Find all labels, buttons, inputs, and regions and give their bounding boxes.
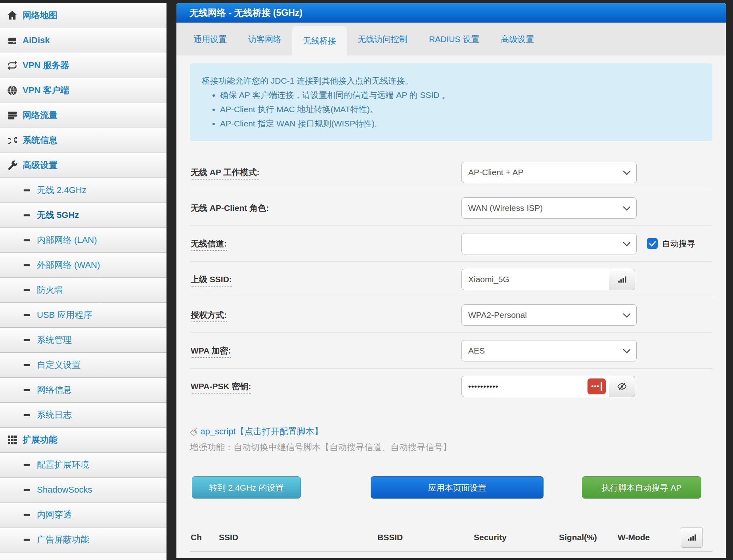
sidebar-item-system-admin[interactable]: 系统管理 — [0, 328, 167, 353]
ap-mode-select[interactable]: AP-Client + AP — [461, 162, 637, 183]
sidebar-item-label: 配置扩展环境 — [37, 459, 89, 471]
check-icon — [649, 241, 656, 247]
sidebar-item-ext-environment[interactable]: 配置扩展环境 — [0, 453, 167, 478]
dash-icon — [23, 286, 31, 294]
dash-icon — [23, 535, 31, 544]
sidebar-item-custom-settings[interactable]: 自定义设置 — [0, 353, 167, 378]
signal-bars-icon — [616, 275, 628, 284]
chevron-down-icon — [623, 170, 631, 175]
sidebar-item-label: 无线 2.4GHz — [37, 184, 86, 196]
tab-wireless-acl[interactable]: 无线访问控制 — [347, 23, 418, 55]
sidebar-item-network-map[interactable]: 网络地图 — [0, 3, 167, 28]
chevron-down-icon — [623, 242, 631, 247]
hard-disk-icon — [7, 35, 18, 46]
script-note: 增强功能：自动切换中继信号脚本【自动搜寻信道、自动搜寻信号】 — [190, 441, 712, 454]
sidebar-item-usb-apps[interactable]: USB 应用程序 — [0, 303, 167, 328]
sidebar-item-extensions[interactable]: 扩展功能 — [0, 428, 167, 453]
ap-client-role-select[interactable]: WAN (Wireless ISP) — [461, 197, 637, 219]
sidebar-item-aidisk[interactable]: AiDisk — [0, 28, 167, 53]
sidebar-item-lan[interactable]: 内部网络 (LAN) — [0, 228, 167, 253]
dash-icon — [23, 461, 31, 469]
dash-icon — [23, 485, 31, 494]
sidebar-item-label: 系统管理 — [37, 334, 72, 346]
sidebar-item-advanced-settings[interactable]: 高级设置 — [0, 153, 167, 178]
sidebar-item-label: 扩展功能 — [23, 434, 57, 446]
traffic-bars-icon — [7, 110, 18, 121]
dash-icon — [23, 361, 31, 369]
run-script-button[interactable]: 执行脚本自动搜寻 AP — [582, 476, 701, 499]
chevron-down-icon — [623, 349, 631, 354]
sidebar-item-label: 系统日志 — [37, 409, 72, 421]
goto-24ghz-button[interactable]: 转到 2.4GHz 的设置 — [192, 476, 301, 499]
tab-advanced[interactable]: 高级设置 — [490, 23, 545, 55]
toggle-password-visibility-button[interactable] — [609, 376, 635, 397]
auto-search-group: 自动搜寻 — [647, 238, 695, 249]
refresh-survey-button[interactable] — [681, 527, 703, 548]
wpa-psk-label: WPA-PSK 密钥: — [191, 382, 251, 394]
form-row-wpa-encryption: WPA 加密: AES — [190, 333, 712, 369]
dash-icon — [23, 411, 31, 419]
wireless-channel-select[interactable] — [461, 233, 637, 254]
sidebar-item-label: 系统信息 — [23, 134, 57, 146]
channel-label: 无线信道: — [191, 239, 227, 251]
info-bullet-list: 确保 AP 客户端连接，请设置相同的信道与远端 AP 的 SSID 。AP-Cl… — [202, 88, 700, 131]
wpa-encryption-select[interactable]: AES — [461, 340, 637, 361]
auto-search-checkbox[interactable] — [647, 238, 658, 249]
auth-method-select[interactable]: WPA2-Personal — [461, 304, 637, 326]
parent-ssid-input[interactable] — [461, 269, 609, 290]
grid-icon — [7, 434, 18, 445]
sidebar-item-wireless-5ghz[interactable]: 无线 5GHz — [0, 203, 167, 228]
dash-icon — [23, 261, 31, 269]
sidebar-item-wan[interactable]: 外部网络 (WAN) — [0, 253, 167, 278]
sidebar-item-network-traffic[interactable]: 网络流量 — [0, 103, 167, 128]
chevron-down-icon — [623, 313, 631, 318]
sidebar-item-label: 防火墙 — [37, 284, 63, 296]
tab-general[interactable]: 通用设置 — [183, 23, 237, 55]
column-header-ssid: SSID — [218, 533, 377, 542]
column-header-security: Security — [473, 533, 558, 542]
signal-bars-icon — [686, 533, 697, 542]
sidebar-item-label: 内网穿透 — [37, 509, 72, 521]
info-bullet: AP-Client 执行 MAC 地址转换(MAT特性)。 — [220, 102, 700, 117]
sidebar-item-nat-traversal[interactable]: 内网穿透 — [0, 503, 167, 528]
home-icon — [7, 10, 18, 21]
sidebar-item-wireless-24ghz[interactable]: 无线 2.4GHz — [0, 178, 167, 203]
tab-wireless-bridge[interactable]: 无线桥接 — [292, 26, 347, 55]
form-row-parent-ssid: 上级 SSID: — [190, 262, 712, 297]
site-survey-button[interactable] — [609, 269, 635, 290]
sidebar-item-system-info[interactable]: 系统信息 — [0, 128, 167, 153]
apply-button[interactable]: 应用本页面设置 — [371, 476, 544, 499]
info-intro: 桥接功能允许您的 JDC-1 连接到其他接入点的无线连接。 — [202, 74, 700, 88]
script-block: ☞ ap_script【点击打开配置脚本】 增强功能：自动切换中继信号脚本【自动… — [190, 425, 712, 454]
sidebar-item-vpn-server[interactable]: VPN 服务器 — [0, 53, 167, 78]
table-divider — [190, 551, 712, 552]
info-box: 桥接功能允许您的 JDC-1 连接到其他接入点的无线连接。 确保 AP 客户端连… — [190, 63, 712, 141]
sidebar-item-firewall[interactable]: 防火墙 — [0, 278, 167, 303]
dash-icon — [23, 236, 31, 245]
ap-script-link-text: ap_script【点击打开配置脚本】 — [200, 425, 323, 438]
wpa-encryption-selected-value: AES — [468, 346, 485, 355]
tab-radius[interactable]: RADIUS 设置 — [418, 23, 490, 55]
sidebar-item-label: USB 应用程序 — [37, 309, 92, 321]
eye-slash-icon — [616, 381, 628, 392]
sidebar-item-system-log[interactable]: 系统日志 — [0, 403, 167, 428]
column-header-ch: Ch — [190, 533, 218, 542]
sidebar-item-vpn-client[interactable]: VPN 客户端 — [0, 78, 167, 103]
info-bullet: 确保 AP 客户端连接，请设置相同的信道与远端 AP 的 SSID 。 — [220, 88, 700, 102]
sidebar-item-ad-block[interactable]: 广告屏蔽功能 — [0, 528, 167, 552]
sidebar-item-network-info[interactable]: 网络信息 — [0, 378, 167, 403]
tab-guest-network[interactable]: 访客网络 — [237, 23, 292, 55]
ap-client-role-selected-value: WAN (Wireless ISP) — [468, 203, 543, 213]
wpa-psk-input[interactable] — [461, 376, 609, 397]
settings-form: 无线 AP 工作模式: AP-Client + AP 无线 AP-Client … — [190, 155, 712, 404]
ap-script-link[interactable]: ☞ ap_script【点击打开配置脚本】 — [190, 425, 712, 438]
sidebar-item-partial — [0, 552, 167, 560]
form-row-channel: 无线信道: 自动搜寻 — [190, 226, 712, 262]
sidebar-item-shadowsocks[interactable]: ShadowSocks — [0, 478, 167, 503]
dash-icon — [23, 386, 31, 394]
sidebar-item-label: 内部网络 (LAN) — [37, 234, 97, 246]
sidebar-item-label: VPN 服务器 — [23, 59, 69, 71]
sidebar-item-label: 网络信息 — [37, 384, 72, 396]
page-title: 无线网络 - 无线桥接 (5GHz) — [176, 3, 726, 23]
ap-mode-label: 无线 AP 工作模式: — [191, 168, 259, 180]
